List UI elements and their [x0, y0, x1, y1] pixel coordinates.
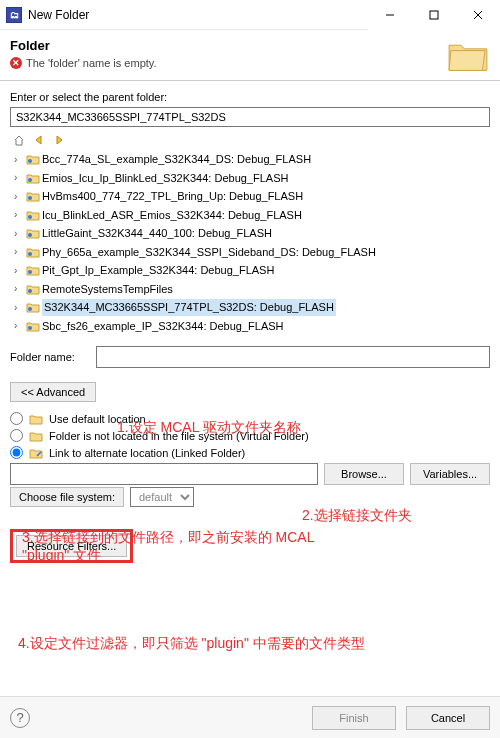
- expand-icon[interactable]: ›: [14, 281, 24, 296]
- radio-default-location[interactable]: Use default location: [10, 412, 490, 425]
- app-icon: 🗂: [6, 7, 22, 23]
- tree-item[interactable]: ›HvBms400_774_722_TPL_Bring_Up: Debug_FL…: [10, 187, 490, 206]
- svg-point-8: [28, 289, 32, 293]
- project-folder-icon: [26, 264, 40, 276]
- page-title: Folder: [10, 38, 446, 53]
- tree-item[interactable]: ›Bcc_774a_SL_example_S32K344_DS: Debug_F…: [10, 150, 490, 169]
- expand-icon[interactable]: ›: [14, 244, 24, 259]
- tree-item[interactable]: ›Pit_Gpt_Ip_Example_S32K344: Debug_FLASH: [10, 261, 490, 280]
- parent-folder-label: Enter or select the parent folder:: [10, 91, 490, 103]
- svg-point-6: [28, 252, 32, 256]
- link-path-input[interactable]: [10, 463, 318, 485]
- finish-button[interactable]: Finish: [312, 706, 396, 730]
- project-folder-icon: [26, 320, 40, 332]
- folder-link-icon: [29, 447, 43, 459]
- error-icon: ✕: [10, 57, 22, 69]
- svg-point-3: [28, 196, 32, 200]
- tree-item[interactable]: ›Emios_Icu_Ip_BlinkLed_S32K344: Debug_FL…: [10, 169, 490, 188]
- tree-item[interactable]: ›Phy_665a_example_S32K344_SSPI_Sideband_…: [10, 243, 490, 262]
- expand-icon[interactable]: ›: [14, 263, 24, 278]
- variables-button[interactable]: Variables...: [410, 463, 490, 485]
- error-message: The 'folder' name is empty.: [26, 57, 157, 69]
- svg-point-5: [28, 233, 32, 237]
- folder-icon: [29, 413, 43, 425]
- svg-point-10: [28, 326, 32, 330]
- expand-icon[interactable]: ›: [14, 226, 24, 241]
- project-tree[interactable]: ›Bcc_774a_SL_example_S32K344_DS: Debug_F…: [10, 150, 490, 338]
- tree-item[interactable]: ›S32K344_MC33665SSPI_774TPL_S32DS: Debug…: [10, 298, 490, 317]
- project-folder-icon: [26, 301, 40, 313]
- close-button[interactable]: [456, 0, 500, 30]
- parent-folder-input[interactable]: [10, 107, 490, 127]
- folder-name-label: Folder name:: [10, 351, 90, 363]
- tree-item[interactable]: ›LittleGaint_S32K344_440_100: Debug_FLAS…: [10, 224, 490, 243]
- annotation-4: 4.设定文件过滤器，即只筛选 "plugin" 中需要的文件类型: [18, 634, 478, 652]
- expand-icon[interactable]: ›: [14, 207, 24, 222]
- help-icon[interactable]: ?: [10, 708, 30, 728]
- svg-point-1: [28, 159, 32, 163]
- radio-virtual-folder[interactable]: Folder is not located in the file system…: [10, 429, 490, 442]
- expand-icon[interactable]: ›: [14, 170, 24, 185]
- back-arrow-icon[interactable]: [30, 132, 48, 148]
- svg-point-9: [28, 307, 32, 311]
- tree-item[interactable]: ›Icu_BlinkLed_ASR_Emios_S32K344: Debug_F…: [10, 206, 490, 225]
- svg-point-4: [28, 215, 32, 219]
- project-folder-icon: [26, 227, 40, 239]
- project-folder-icon: [26, 190, 40, 202]
- resource-filters-highlight: Resource Filters...: [10, 529, 133, 563]
- folder-large-icon: [446, 38, 490, 74]
- window-title: New Folder: [28, 8, 89, 22]
- filesystem-combo[interactable]: default: [130, 487, 194, 507]
- dialog-footer: ? Finish Cancel: [0, 696, 500, 738]
- expand-icon[interactable]: ›: [14, 152, 24, 167]
- forward-arrow-icon[interactable]: [50, 132, 68, 148]
- project-folder-icon: [26, 153, 40, 165]
- choose-filesystem-button[interactable]: Choose file system:: [10, 487, 124, 507]
- svg-point-2: [28, 178, 32, 182]
- svg-rect-0: [430, 11, 438, 19]
- folder-name-input[interactable]: [96, 346, 490, 368]
- titlebar: 🗂 New Folder: [0, 0, 500, 30]
- cancel-button[interactable]: Cancel: [406, 706, 490, 730]
- project-folder-icon: [26, 246, 40, 258]
- project-folder-icon: [26, 172, 40, 184]
- expand-icon[interactable]: ›: [14, 300, 24, 315]
- maximize-button[interactable]: [412, 0, 456, 30]
- browse-button[interactable]: Browse...: [324, 463, 404, 485]
- tree-item[interactable]: ›RemoteSystemsTempFiles: [10, 280, 490, 299]
- project-folder-icon: [26, 283, 40, 295]
- svg-point-7: [28, 270, 32, 274]
- expand-icon[interactable]: ›: [14, 318, 24, 333]
- project-folder-icon: [26, 209, 40, 221]
- minimize-button[interactable]: [368, 0, 412, 30]
- folder-icon: [29, 430, 43, 442]
- expand-icon[interactable]: ›: [14, 337, 24, 338]
- advanced-toggle-button[interactable]: << Advanced: [10, 382, 96, 402]
- tree-item[interactable]: ›Spi_Transfer_S32K344: Debug_FLASH: [10, 335, 490, 338]
- home-icon[interactable]: [10, 132, 28, 148]
- resource-filters-button[interactable]: Resource Filters...: [16, 535, 127, 557]
- radio-linked-folder[interactable]: Link to alternate location (Linked Folde…: [10, 446, 490, 459]
- tree-item[interactable]: ›Sbc_fs26_example_IP_S32K344: Debug_FLAS…: [10, 317, 490, 336]
- expand-icon[interactable]: ›: [14, 189, 24, 204]
- dialog-header: Folder ✕ The 'folder' name is empty.: [0, 30, 500, 81]
